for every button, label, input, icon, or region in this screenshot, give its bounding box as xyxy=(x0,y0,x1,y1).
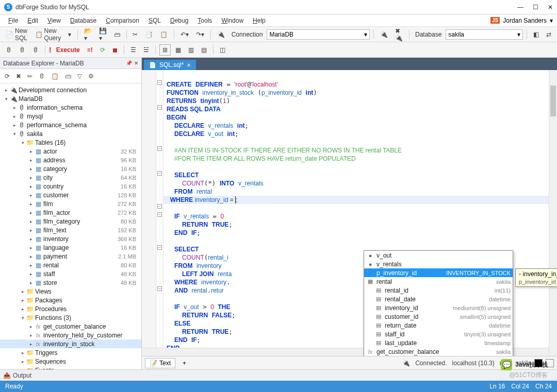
tree-node[interactable]: ▸📁Events xyxy=(0,366,141,369)
tree-node[interactable]: ▾🔌MariaDB xyxy=(0,94,141,103)
menu-edit[interactable]: Edit xyxy=(23,16,42,25)
intelli-item[interactable]: fxget_customer_balancesakila xyxy=(364,347,513,356)
intelli-item[interactable]: ▤last_updatetimestamp xyxy=(364,338,513,347)
intelli-item[interactable]: ▤staff_idtinyint(3) unsigned xyxy=(364,330,513,338)
tool-b-icon[interactable]: ☱ xyxy=(141,44,152,56)
maximize-button[interactable]: ☐ xyxy=(533,4,538,11)
tree-node[interactable]: ▸▦address96 KB xyxy=(0,156,141,164)
tree-node[interactable]: ▸▦store48 KB xyxy=(0,278,141,287)
tree-node[interactable]: ▸fxinventory_held_by_customer xyxy=(0,331,141,339)
tree-node[interactable]: ▸▦film_text192 KB xyxy=(0,226,141,234)
cut-icon[interactable]: ✂ xyxy=(130,29,140,40)
layout-toggle-2[interactable] xyxy=(546,359,554,367)
refresh-icon[interactable]: ⟳ xyxy=(97,44,108,56)
user-menu[interactable]: JSJordan Sanders ▾ xyxy=(490,17,553,24)
menu-file[interactable]: File xyxy=(4,16,22,25)
intellisense-popup[interactable]: ●v_out●v_rentals◦p_inventory_idINVENTORY… xyxy=(364,250,513,356)
db-icon-1[interactable]: 🛢 xyxy=(3,44,14,56)
tree-node[interactable]: ▸▦inventory368 KB xyxy=(0,234,141,243)
tool-icon-2[interactable]: ⇄ xyxy=(544,29,554,40)
menu-debug[interactable]: Debug xyxy=(166,16,192,25)
db-icon-2[interactable]: 🛢 xyxy=(17,44,28,56)
editor-tab[interactable]: 📄 SQL.sql* ✕ xyxy=(144,60,196,70)
tree-node[interactable]: ▸🔌Development connection xyxy=(0,86,141,94)
intelli-item[interactable]: ▤customer_idsmallint(5) unsigned xyxy=(364,312,513,321)
intelli-item[interactable]: ●v_out xyxy=(364,251,513,260)
pin-icon[interactable]: 📌 xyxy=(126,60,132,66)
plug-icon[interactable]: 🔌 xyxy=(378,29,390,40)
dropdown-icon[interactable]: ▾ xyxy=(65,29,74,40)
intelli-item[interactable]: ●v_rentals xyxy=(364,260,513,268)
stop-icon[interactable]: ◼ xyxy=(110,44,120,56)
tree-node[interactable]: ▸📁Procedures xyxy=(0,304,141,313)
tree-node[interactable]: ▸📁Triggers xyxy=(0,348,141,357)
intelli-item[interactable]: ▤rental_idint(11) xyxy=(364,286,513,295)
close-button[interactable]: ✕ xyxy=(548,4,553,11)
output-label[interactable]: Output xyxy=(13,372,31,379)
connection-combo[interactable]: MariaDB▾ xyxy=(267,29,370,40)
tree-node[interactable]: ▸▦category16 KB xyxy=(0,164,141,173)
tree-node[interactable]: ▸▦film_actor272 KB xyxy=(0,208,141,217)
tree-node[interactable]: ▸fxget_customer_balance xyxy=(0,322,141,331)
tree-node[interactable]: ▸▦film272 KB xyxy=(0,199,141,208)
grid-icon[interactable]: ⊞ xyxy=(159,44,171,56)
menu-database[interactable]: Database xyxy=(66,16,101,25)
tree-node[interactable]: ▸▦city64 KB xyxy=(0,173,141,182)
execute-button[interactable]: Execute xyxy=(54,44,83,56)
tool-icon-1[interactable]: ◧ xyxy=(531,29,542,40)
exclaim-icon[interactable]: ! xyxy=(49,46,52,54)
db-icon-3[interactable]: 🛢 xyxy=(30,44,41,56)
minimize-button[interactable]: — xyxy=(517,4,523,11)
menu-comparison[interactable]: Comparison xyxy=(102,16,143,25)
intelli-item[interactable]: ▤rental_datedatetime xyxy=(364,295,513,303)
tree-tool3-icon[interactable]: 🛢 xyxy=(36,71,47,81)
tree-tool1-icon[interactable]: ✖ xyxy=(13,71,24,81)
database-combo[interactable]: sakila▾ xyxy=(446,29,523,40)
menu-help[interactable]: Help xyxy=(249,16,270,25)
tool-a-icon[interactable]: ☰ xyxy=(128,44,139,56)
panel-close-icon[interactable]: ✕ xyxy=(134,60,138,66)
text-tab[interactable]: 📝 Text xyxy=(145,358,175,368)
tree-node[interactable]: ▸📁Sequences xyxy=(0,357,141,366)
layout-icon[interactable]: ▦ xyxy=(173,44,184,56)
tree-filter-icon[interactable]: ▽ xyxy=(75,71,85,81)
execute-selection-icon[interactable]: ≡! xyxy=(85,44,95,56)
tree-node[interactable]: ▸🛢mysql xyxy=(0,112,141,121)
tree-node[interactable]: ▸▦payment2.1 MB xyxy=(0,252,141,261)
tree-node[interactable]: ▸🛢information_schema xyxy=(0,103,141,112)
tree-node[interactable]: ▾📁Functions (3) xyxy=(0,313,141,322)
tree-node[interactable]: ▸📁Views xyxy=(0,287,141,296)
tree-node[interactable]: ▸fxinventory_in_stock xyxy=(0,339,141,348)
tree-tool4-icon[interactable]: 📋 xyxy=(48,71,61,81)
add-tab-icon[interactable]: + xyxy=(178,359,190,368)
menu-tools[interactable]: Tools xyxy=(193,16,216,25)
new-sql-button[interactable]: 📄 New SQL xyxy=(3,26,30,43)
menu-window[interactable]: Window xyxy=(217,16,248,25)
intelli-item[interactable]: ▦rentalsakila xyxy=(364,277,513,286)
tree-node[interactable]: ▸▦customer128 KB xyxy=(0,191,141,199)
save-all-icon[interactable]: 🗃 xyxy=(111,29,123,40)
tree-node[interactable]: ▾🛢sakila xyxy=(0,129,141,138)
tree-node[interactable]: ▸▦language16 KB xyxy=(0,243,141,252)
scrollbar-vertical[interactable] xyxy=(549,70,557,356)
tree-tool6-icon[interactable]: ⚙ xyxy=(86,71,96,81)
tree-node[interactable]: ▸▦rental80 KB xyxy=(0,261,141,269)
tab-close-icon[interactable]: ✕ xyxy=(187,62,191,68)
tree-node[interactable]: ▸▦country16 KB xyxy=(0,182,141,191)
tree-node[interactable]: ▸▦film_category80 KB xyxy=(0,217,141,226)
intelli-item[interactable]: ◦p_inventory_idINVENTORY_IN_STOCK xyxy=(364,268,513,277)
tree-node[interactable]: ▸▦staff48 KB xyxy=(0,269,141,278)
tree-node[interactable]: ▸▦actor32 KB xyxy=(0,147,141,156)
tree-node[interactable]: ▾📁Tables (16) xyxy=(0,138,141,147)
tool-c-icon[interactable]: ◫ xyxy=(217,44,228,56)
unplug-icon[interactable]: ✖🔌 xyxy=(392,26,405,43)
layout-toggle-1[interactable] xyxy=(534,359,543,367)
intelli-item[interactable]: ▤return_datedatetime xyxy=(364,321,513,330)
menu-view[interactable]: View xyxy=(43,16,65,25)
save-icon[interactable]: 💾▾ xyxy=(96,26,109,43)
open-icon[interactable]: 📂▾ xyxy=(81,26,94,43)
output-icon[interactable]: 📤 xyxy=(3,372,11,379)
tree-node[interactable]: ▸📁Packages xyxy=(0,296,141,304)
tree-tool5-icon[interactable]: 🗃 xyxy=(62,71,74,81)
refresh-tree-icon[interactable]: ⟳ xyxy=(2,71,12,81)
